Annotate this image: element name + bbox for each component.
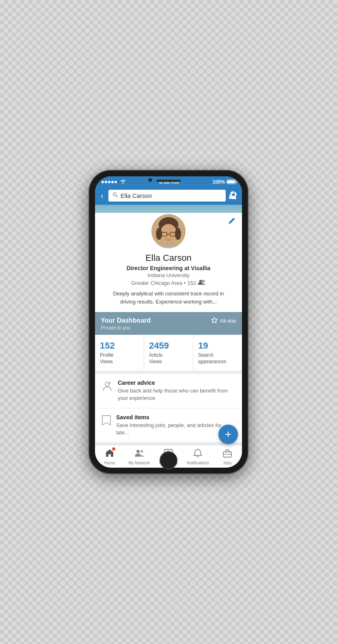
career-advice-title: Career advice <box>118 379 235 386</box>
dashboard-title-area: Your Dashboard Private to you <box>101 317 151 331</box>
signal-dot-5 <box>114 181 117 183</box>
jobs-icon <box>223 449 232 460</box>
stat-article-views[interactable]: 2459 ArticleViews <box>144 335 193 371</box>
phone-camera <box>148 178 152 182</box>
allstar-label: All-star <box>220 318 236 324</box>
edit-profile-button[interactable] <box>228 217 235 226</box>
nav-home-label: Home <box>104 461 115 465</box>
nav-network-label: My Network <box>128 461 150 465</box>
notifications-icon <box>194 449 202 460</box>
location-text: Greater Chicago Area <box>131 280 182 286</box>
profile-school: Indiana University <box>102 272 235 278</box>
svg-point-11 <box>202 280 205 282</box>
dashboard-section: Your Dashboard Private to you All-star <box>95 312 242 335</box>
nav-network[interactable]: My Network <box>124 445 153 468</box>
svg-point-14 <box>140 450 143 453</box>
nav-notifications[interactable]: Notifications <box>183 445 212 468</box>
dashboard-header: Your Dashboard Private to you All-star <box>101 317 236 331</box>
signal-dot-1 <box>102 181 104 183</box>
allstar-badge[interactable]: All-star <box>211 317 236 324</box>
fab-button[interactable]: + <box>218 425 238 444</box>
stat-number-profile: 152 <box>100 340 139 351</box>
phone-speaker <box>156 180 181 182</box>
wifi-icon <box>120 179 126 185</box>
stat-search-appearances[interactable]: 19 Searchappearances <box>193 335 242 371</box>
nav-jobs-label: Jobs <box>223 461 231 465</box>
phone-home-button[interactable] <box>160 451 177 469</box>
bullet: • <box>184 280 186 286</box>
avatar-wrapper <box>95 213 242 249</box>
career-advice-desc: Give back and help those who can benefit… <box>118 387 235 402</box>
battery-icon <box>227 180 235 184</box>
svg-point-4 <box>160 224 177 244</box>
stat-profile-views[interactable]: 152 ProfileViews <box>95 335 144 371</box>
saved-items-desc: Save interesting jobs, people, and artic… <box>116 422 235 436</box>
connection-count: 152 <box>187 280 196 286</box>
battery-percent: 100% <box>212 179 225 185</box>
network-icon <box>134 449 144 460</box>
phone-screen: 8:08 AM 100% ‹ Ella Carson <box>95 176 242 468</box>
profile-bio: Deeply analytical with consistent track … <box>102 290 235 306</box>
battery-fill <box>227 180 235 183</box>
search-bar: ‹ Ella Carson <box>95 186 242 205</box>
signal-dot-3 <box>108 181 110 183</box>
svg-point-13 <box>136 450 140 453</box>
profile-title: Director Engineering at Visallia <box>102 265 235 271</box>
stat-label-article: ArticleViews <box>149 352 188 365</box>
career-advice-item[interactable]: Career advice Give back and help those w… <box>95 374 242 408</box>
avatar <box>150 213 187 249</box>
nav-jobs[interactable]: Jobs <box>213 445 242 468</box>
profile-card: Ella Carson Director Engineering at Visa… <box>95 213 242 312</box>
career-advice-text: Career advice Give back and help those w… <box>118 379 235 402</box>
search-input-area[interactable]: Ella Carson <box>108 190 226 202</box>
saved-items-text: Saved items Save interesting jobs, peopl… <box>116 414 235 436</box>
status-left <box>102 179 126 185</box>
svg-line-1 <box>116 196 118 198</box>
dashboard-subtitle: Private to you <box>101 325 151 331</box>
saved-items-title: Saved items <box>116 414 235 421</box>
saved-items-icon <box>102 415 111 429</box>
status-right: 100% <box>212 179 235 185</box>
profile-info: Ella Carson Director Engineering at Visa… <box>95 249 242 306</box>
nav-notifications-label: Notifications <box>187 461 209 465</box>
signal-dot-4 <box>111 181 114 183</box>
svg-point-8 <box>156 228 162 240</box>
stat-label-profile: ProfileViews <box>100 352 139 365</box>
phone-device: 8:08 AM 100% ‹ Ella Carson <box>89 171 248 473</box>
stat-number-search: 19 <box>198 340 237 351</box>
profile-location: Greater Chicago Area • 152 <box>102 279 235 286</box>
career-advice-icon <box>102 380 113 395</box>
back-button[interactable]: ‹ <box>99 191 105 200</box>
connections-icon <box>198 279 206 286</box>
stat-label-search: Searchappearances <box>198 352 237 365</box>
stats-row: 152 ProfileViews 2459 ArticleViews 19 Se… <box>95 335 242 371</box>
home-icon <box>105 449 114 460</box>
home-badge <box>112 447 115 451</box>
svg-point-9 <box>175 228 181 240</box>
profile-name: Ella Carson <box>102 253 235 263</box>
settings-button[interactable] <box>229 190 238 202</box>
nav-home[interactable]: Home <box>95 445 124 468</box>
search-query: Ella Carson <box>121 192 152 199</box>
stat-number-article: 2459 <box>149 340 188 351</box>
signal-strength <box>102 181 117 183</box>
scroll-content: Ella Carson Director Engineering at Visa… <box>95 205 242 445</box>
search-icon <box>112 192 118 199</box>
dashboard-title: Your Dashboard <box>101 317 151 324</box>
signal-dot-2 <box>105 181 107 183</box>
